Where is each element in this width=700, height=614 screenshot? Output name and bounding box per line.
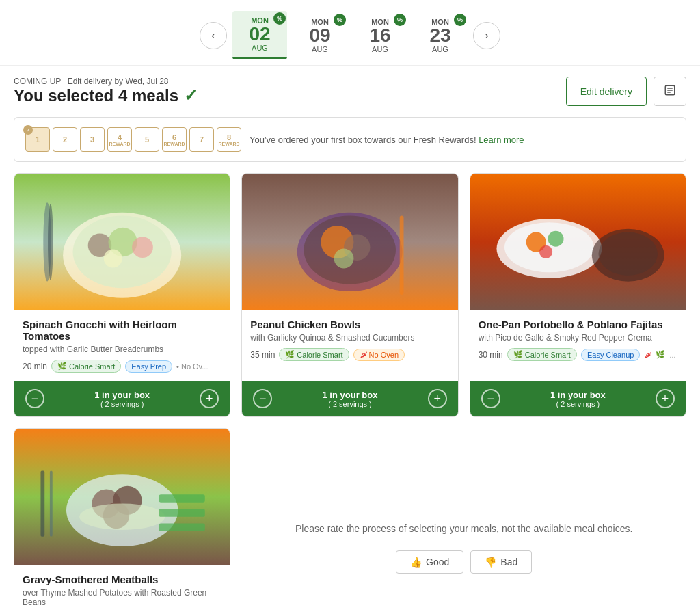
date-item-4[interactable]: % MON 23 AUG [413, 12, 468, 59]
svg-rect-30 [159, 523, 205, 531]
meal-subtitle-1: topped with Garlic Butter Breadcrumbs [23, 345, 221, 354]
reward-box-3: 3 [80, 127, 105, 152]
tag-easy-1: Easy Prep [125, 360, 172, 373]
leaf-icon-3: 🌿 [513, 350, 523, 359]
meal-time-1: 20 min [23, 362, 47, 371]
meal-subtitle-3: with Pico de Gallo & Smoky Red Pepper Cr… [479, 333, 677, 343]
rating-text: Please rate the process of selecting you… [295, 521, 632, 536]
meal-image-1 [14, 174, 230, 310]
tag-nooven-2: 🌶 No Oven [353, 349, 405, 361]
pepper-icon-2: 🌶 [360, 351, 367, 359]
decrease-meal-2-button[interactable]: − [253, 389, 272, 408]
meal-meta-3: 30 min 🌿 Calorie Smart Easy Cleanup 🌶 🌿 … [479, 348, 677, 361]
day-number-4: 23 [429, 26, 450, 45]
meal-info-4: Gravy-Smothered Meatballs over Thyme Mas… [14, 565, 230, 614]
reward-box-5: 5 [135, 127, 159, 152]
tag-more-1: • No Ov... [176, 362, 208, 371]
date-navigation: ‹ % MON 02 AUG % MON 09 AUG % MON 16 AUG… [0, 0, 700, 66]
meal-footer-1: − 1 in your box ( 2 servings ) + [14, 381, 230, 416]
decrease-meal-3-button[interactable]: − [481, 389, 500, 408]
reward-box-7: 7 [189, 127, 214, 152]
meal-grid: Spinach Gnocchi with Heirloom Tomatoes t… [0, 173, 700, 614]
increase-meal-3-button[interactable]: + [656, 389, 675, 408]
percent-badge-3: % [394, 14, 406, 26]
meal-title-2: Peanut Chicken Bowls [250, 319, 449, 330]
edit-delivery-date: Edit delivery by Wed, Jul 28 [68, 77, 169, 86]
note-icon [664, 84, 676, 96]
tag-cleanup-3: Easy Cleanup [581, 349, 641, 361]
day-number-3: 16 [369, 26, 390, 45]
meal-info-3: One-Pan Portobello & Poblano Fajitas wit… [470, 310, 686, 381]
edit-delivery-button[interactable]: Edit delivery [566, 77, 647, 106]
svg-rect-32 [159, 494, 205, 503]
reward-box-8: 8 REWARD [217, 127, 241, 152]
svg-rect-31 [159, 509, 205, 517]
header-section: COMING UP Edit delivery by Wed, Jul 28 Y… [0, 66, 700, 117]
tag-more-3: ... [669, 351, 675, 359]
svg-point-9 [104, 250, 122, 268]
svg-rect-34 [50, 471, 53, 537]
svg-point-8 [132, 237, 153, 258]
meal-card-1: Spinach Gnocchi with Heirloom Tomatoes t… [14, 173, 230, 417]
meal-footer-text-3: 1 in your box ( 2 servings ) [500, 390, 656, 408]
meal-card-2: Peanut Chicken Bowls with Garlicky Quino… [241, 173, 458, 417]
decrease-meal-1-button[interactable]: − [25, 389, 44, 408]
date-item-3[interactable]: % MON 16 AUG [353, 12, 407, 59]
note-icon-button[interactable] [654, 77, 686, 106]
header-left: COMING UP Edit delivery by Wed, Jul 28 Y… [14, 77, 198, 105]
increase-meal-2-button[interactable]: + [428, 389, 447, 408]
svg-rect-17 [400, 216, 404, 295]
bad-rating-button[interactable]: 👎 Bad [470, 550, 532, 574]
meal-image-2 [242, 174, 457, 310]
day-number-2: 09 [309, 26, 330, 45]
reward-box-1: ✓ 1 [25, 127, 50, 152]
date-item-2[interactable]: % MON 09 AUG [293, 12, 347, 59]
next-date-button[interactable]: › [473, 22, 500, 49]
meal-illustration-2 [242, 174, 457, 310]
reward-boxes: ✓ 1 2 3 4 REWARD 5 6 REWARD 7 8 REWARD [25, 127, 241, 152]
month-label-1: AUG [252, 44, 268, 52]
meal-footer-text-2: 1 in your box ( 2 servings ) [272, 390, 427, 408]
svg-point-21 [548, 231, 563, 247]
learn-more-link[interactable]: Learn more [479, 135, 524, 145]
leaf-icon-2: 🌿 [285, 350, 295, 359]
meal-card-3: One-Pan Portobello & Poblano Fajitas wit… [470, 173, 686, 417]
svg-point-11 [48, 204, 53, 280]
good-rating-button[interactable]: 👍 Good [396, 550, 463, 574]
date-item-1[interactable]: % MON 02 AUG [232, 11, 287, 59]
meal-time-2: 35 min [250, 350, 275, 360]
meal-illustration-4 [14, 429, 230, 565]
percent-badge-4: % [454, 14, 466, 26]
percent-badge-1: % [273, 12, 286, 25]
meal-illustration-1 [14, 174, 230, 310]
tag-calorie-3: 🌿 Calorie Smart [507, 348, 577, 361]
rating-section: Please rate the process of selecting you… [241, 428, 686, 614]
meal-footer-text-1: 1 in your box ( 2 servings ) [44, 390, 200, 408]
month-label-2: AUG [312, 45, 328, 53]
meal-card-4: Gravy-Smothered Meatballs over Thyme Mas… [14, 428, 230, 614]
day-number-1: 02 [249, 25, 270, 44]
increase-meal-1-button[interactable]: + [200, 389, 219, 408]
meal-footer-3: − 1 in your box ( 2 servings ) + [470, 381, 686, 416]
thumbs-up-icon: 👍 [410, 557, 422, 568]
meals-selected-heading: You selected 4 meals ✓ [14, 86, 198, 105]
meal-meta-2: 35 min 🌿 Calorie Smart 🌶 No Oven [250, 348, 449, 361]
meal-image-3 [470, 174, 686, 310]
reward-box-6: 6 REWARD [162, 127, 187, 152]
percent-badge-2: % [334, 14, 346, 26]
month-label-4: AUG [432, 45, 448, 53]
rewards-banner: ✓ 1 2 3 4 REWARD 5 6 REWARD 7 8 REWARD Y… [14, 117, 686, 162]
meal-info-1: Spinach Gnocchi with Heirloom Tomatoes t… [14, 310, 230, 381]
rating-buttons: 👍 Good 👎 Bad [396, 550, 532, 574]
svg-point-24 [598, 232, 658, 276]
meal-illustration-3 [470, 174, 686, 310]
reward-box-4: 4 REWARD [107, 127, 132, 152]
checkmark-icon: ✓ [184, 86, 198, 105]
box-check-icon: ✓ [23, 125, 33, 135]
reward-box-2: 2 [53, 127, 77, 152]
tag-calorie-1: 🌿 Calorie Smart [51, 360, 121, 373]
meal-footer-2: − 1 in your box ( 2 servings ) + [242, 381, 457, 416]
prev-date-button[interactable]: ‹ [200, 22, 227, 49]
coming-up-label: COMING UP Edit delivery by Wed, Jul 28 [14, 77, 198, 86]
thumbs-down-icon: 👎 [485, 557, 496, 568]
